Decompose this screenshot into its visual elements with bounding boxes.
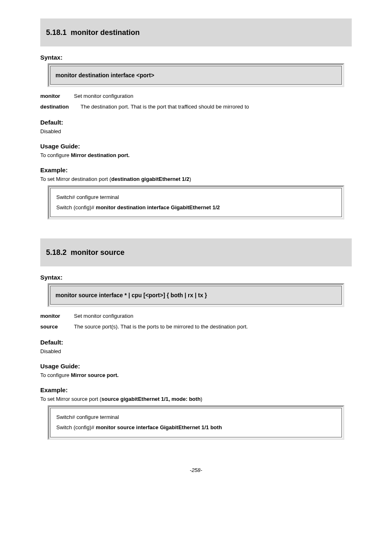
default-value: Disabled [40, 128, 352, 134]
example-label: Example: [40, 386, 352, 393]
syntax-box: monitor destination interface <port> [48, 63, 344, 87]
syntax-label: Syntax: [40, 54, 352, 61]
example-row: To set Mirror destination port (destinat… [40, 176, 352, 182]
param-val: The destination port. That is the port t… [81, 103, 352, 111]
param-row: source The source port(s). That is the p… [40, 323, 352, 331]
usage-label: Usage Guide: [40, 363, 352, 370]
syntax-label: Syntax: [40, 274, 352, 281]
default-label: Default: [40, 339, 352, 346]
code-line: Switch (config)# monitor source interfac… [56, 423, 336, 433]
section-banner: 5.18.2 monitor source [40, 238, 352, 266]
code-line: Switch (config)# monitor destination int… [56, 203, 336, 213]
section-banner: 5.18.1 monitor destination [40, 18, 352, 46]
usage-label: Usage Guide: [40, 143, 352, 150]
code-box: Switch# configure terminal Switch (confi… [48, 185, 344, 220]
syntax-text: monitor destination interface <port> [50, 66, 342, 85]
param-key: monitor [40, 312, 74, 320]
param-val: The source port(s). That is the ports to… [74, 323, 352, 331]
default-value: Disabled [40, 348, 352, 354]
page-number: -258- [0, 467, 392, 473]
param-key: source [40, 323, 74, 331]
usage-value: To configure Mirror destination port. [40, 152, 352, 158]
syntax-box: monitor source interface * | cpu [<port>… [48, 283, 344, 307]
param-val: Set monitor configuration [74, 312, 352, 320]
param-key: destination [40, 103, 81, 111]
section-number: 5.18.1 [46, 28, 67, 37]
param-row: destination The destination port. That i… [40, 103, 352, 111]
code-line: Switch# configure terminal [56, 412, 336, 423]
param-row: monitor Set monitor configuration [40, 312, 352, 320]
code-box: Switch# configure terminal Switch (confi… [48, 405, 344, 439]
example-row: To set Mirror source port (source gigabi… [40, 396, 352, 402]
code-block: Switch# configure terminal Switch (confi… [50, 188, 342, 217]
section-title: monitor destination [71, 28, 140, 37]
usage-value: To configure Mirror source port. [40, 372, 352, 378]
param-key: monitor [40, 92, 74, 100]
default-label: Default: [40, 119, 352, 126]
param-val: Set monitor configuration [74, 92, 352, 100]
code-line: Switch# configure terminal [56, 192, 336, 203]
param-row: monitor Set monitor configuration [40, 92, 352, 100]
section-number: 5.18.2 [46, 248, 67, 257]
syntax-text: monitor source interface * | cpu [<port>… [50, 286, 342, 305]
example-label: Example: [40, 166, 352, 173]
section-title: monitor source [71, 248, 125, 257]
code-block: Switch# configure terminal Switch (confi… [50, 408, 342, 437]
